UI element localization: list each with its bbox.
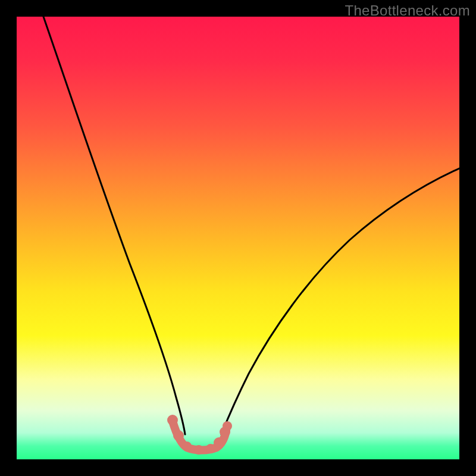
marker-dot (223, 421, 232, 431)
marker-dot (194, 445, 203, 455)
marker-dot (214, 437, 224, 448)
right-curve (221, 168, 459, 434)
marker-dot (167, 415, 178, 425)
watermark-text: TheBottleneck.com (345, 2, 470, 19)
chart-plot-area (17, 17, 459, 459)
marker-dot (206, 444, 215, 453)
chart-frame: TheBottleneck.com (0, 0, 476, 476)
chart-svg (17, 17, 459, 459)
left-curve (43, 17, 185, 434)
marker-dot (173, 430, 184, 441)
marker-dot (182, 441, 192, 451)
